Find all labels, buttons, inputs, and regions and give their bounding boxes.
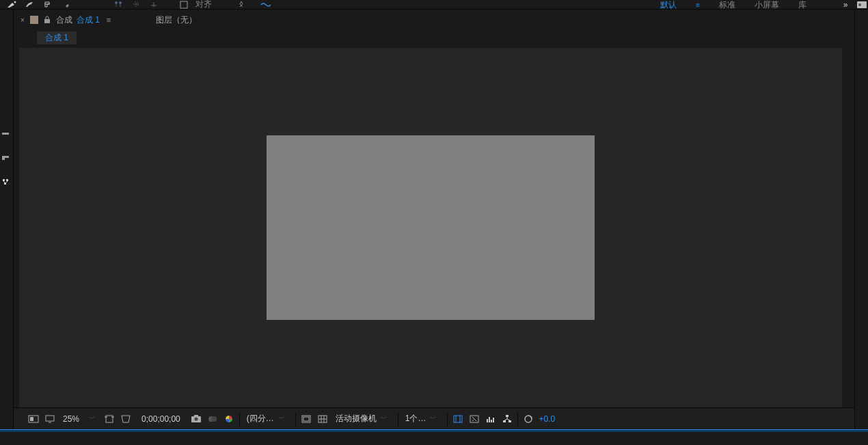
transparency-grid-icon[interactable] [120, 413, 132, 425]
snapshot-icon[interactable] [190, 413, 202, 425]
zoom-value[interactable]: 25% [60, 414, 85, 424]
camera-dropdown-icon[interactable]: ﹀ [381, 414, 391, 423]
svg-point-2 [115, 1, 118, 4]
breadcrumb-comp1[interactable]: 合成 1 [37, 31, 77, 44]
workspace-tab-smallscreen[interactable]: 小屏幕 [755, 0, 779, 11]
timecode[interactable]: 0;00;00;00 [136, 414, 186, 424]
svg-rect-17 [6, 179, 8, 181]
search-icon[interactable] [856, 0, 868, 10]
svg-rect-15 [2, 157, 5, 160]
grid-icon[interactable] [316, 413, 329, 425]
tab-layer[interactable]: 图层（无） [150, 12, 202, 29]
svg-rect-16 [3, 179, 5, 181]
top-left-tools: 对齐 [5, 0, 272, 10]
svg-point-30 [194, 417, 198, 420]
dock-item-3-icon[interactable] [2, 179, 12, 189]
resolution-select[interactable]: (四分… ﹀ [244, 413, 291, 424]
mask-display-icon[interactable] [27, 413, 40, 425]
svg-rect-41 [454, 416, 462, 422]
svg-point-3 [119, 1, 122, 4]
snap-checkbox-icon[interactable] [178, 0, 190, 10]
svg-rect-36 [303, 417, 309, 421]
svg-rect-23 [30, 417, 33, 421]
tab-composition[interactable]: × 合成 合成 1 ≡ [21, 12, 116, 29]
composition-canvas[interactable] [267, 135, 595, 320]
dock-item-1-icon[interactable] [2, 133, 12, 142]
left-dock [0, 10, 14, 429]
svg-point-7 [135, 3, 137, 5]
comp-label: 合成 [56, 14, 72, 26]
svg-rect-10 [180, 1, 187, 8]
channel-icon[interactable] [206, 413, 219, 425]
view-count-dropdown-icon[interactable]: ﹀ [430, 414, 440, 423]
star-icon[interactable] [235, 0, 247, 10]
camera-value: 活动摄像机 [336, 413, 377, 424]
right-dock [854, 10, 868, 429]
tab-menu-icon[interactable]: ≡ [107, 16, 111, 24]
camera-select[interactable]: 活动摄像机 ﹀ [333, 413, 394, 424]
view-count-select[interactable]: 1个… ﹀ [403, 413, 444, 424]
breadcrumb-bar: 合成 1 [14, 30, 854, 45]
svg-line-54 [507, 419, 510, 420]
resolution-value: (四分… [247, 413, 274, 424]
svg-rect-21 [44, 19, 50, 23]
layer-label: 图层（无） [156, 14, 197, 26]
main-layout: × 合成 合成 1 ≡ 图层（无） 合成 1 [0, 10, 868, 429]
bottom-bar [0, 432, 868, 444]
exposure-reset-icon[interactable] [522, 413, 534, 425]
svg-point-12 [858, 3, 861, 6]
workspace-tabs: 默认 ≡ 标准 小屏幕 库 » [660, 0, 868, 10]
svg-point-33 [211, 416, 217, 422]
top-toolbar: 对齐 默认 ≡ 标准 小屏幕 库 » [0, 0, 868, 10]
puppet-tool-icon[interactable] [112, 0, 124, 10]
clone-tool-icon[interactable] [41, 0, 53, 10]
wave-icon[interactable] [260, 0, 272, 10]
workspace-tab-default[interactable]: 默认 [660, 0, 677, 11]
svg-rect-49 [506, 415, 508, 417]
workspace-menu-icon[interactable]: ≡ [696, 1, 700, 9]
view-count-value: 1个… [405, 413, 426, 424]
eraser-tool-icon[interactable] [62, 0, 74, 10]
panel-tabs: × 合成 合成 1 ≡ 图层（无） [14, 10, 854, 30]
color-wheel-icon[interactable] [223, 413, 235, 425]
monitor-icon[interactable] [44, 413, 56, 425]
histogram-icon[interactable] [485, 413, 497, 425]
svg-rect-51 [508, 420, 511, 422]
footer-bar: 25% ﹀ 0;00;00;00 (四分… ﹀ [14, 407, 854, 429]
svg-rect-31 [194, 415, 198, 417]
center-panel: × 合成 合成 1 ≡ 图层（无） 合成 1 [14, 10, 854, 429]
workspace-tab-standard[interactable]: 标准 [719, 0, 735, 11]
pixel-aspect-icon[interactable] [452, 413, 464, 425]
lock-icon[interactable] [44, 16, 51, 24]
viewer-area[interactable] [19, 48, 842, 407]
zoom-dropdown-icon[interactable]: ﹀ [89, 414, 99, 423]
svg-line-20 [5, 181, 8, 183]
snap-label: 对齐 [195, 0, 212, 10]
svg-rect-24 [46, 416, 54, 421]
comp-swatch-icon [30, 16, 38, 24]
roi-icon[interactable] [103, 413, 116, 425]
brush-tool-icon[interactable] [23, 0, 36, 10]
exposure-value[interactable]: +0.0 [539, 414, 555, 424]
workspace-tab-library[interactable]: 库 [798, 0, 806, 11]
svg-rect-50 [503, 420, 506, 422]
comp-name: 合成 1 [77, 14, 100, 26]
svg-rect-13 [2, 133, 9, 135]
dock-item-2-icon[interactable] [2, 156, 12, 165]
more-workspaces-icon[interactable]: » [839, 0, 852, 10]
close-icon[interactable]: × [21, 16, 25, 24]
pen-tool-icon[interactable] [5, 0, 18, 10]
roto-tool-icon[interactable] [130, 0, 142, 10]
svg-point-0 [14, 1, 16, 3]
local-axis-icon[interactable] [148, 0, 160, 10]
resolution-dropdown-icon[interactable]: ﹀ [278, 414, 288, 423]
svg-line-53 [504, 419, 507, 420]
fast-preview-icon[interactable] [468, 413, 480, 425]
flowchart-icon[interactable] [501, 413, 513, 425]
view-layout-icon[interactable] [300, 413, 312, 425]
